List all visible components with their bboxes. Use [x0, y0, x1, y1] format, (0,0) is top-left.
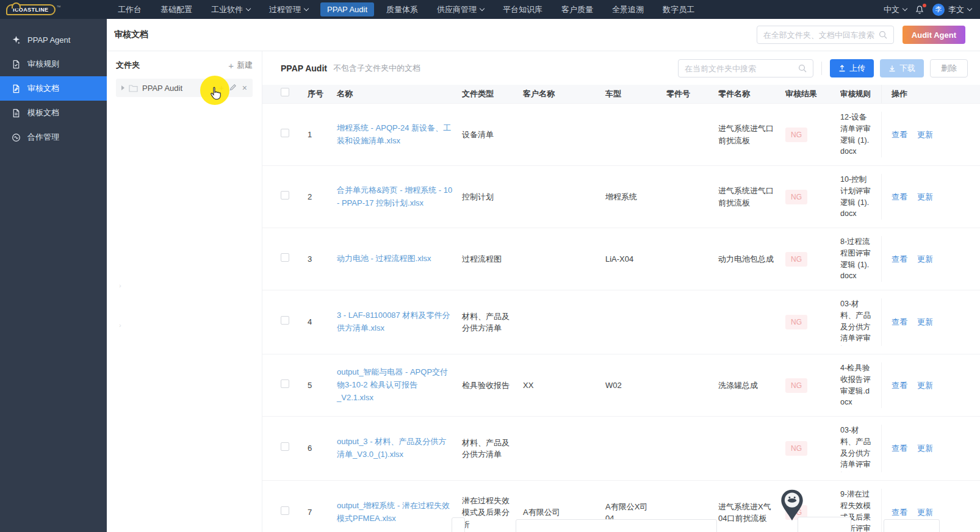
- doc-name-link[interactable]: output_智能与电器 - APQP交付物3-10-2 检具认可报告_V2.1…: [337, 366, 453, 404]
- doc-name-link[interactable]: 合并单元格&跨页 - 增程系统 - 10 - PPAP-17 控制计划.xlsx: [337, 184, 453, 210]
- sidebar-item-合作管理[interactable]: 合作管理: [0, 125, 107, 149]
- global-search-input[interactable]: [763, 31, 879, 40]
- delete-button[interactable]: 删除: [930, 59, 968, 77]
- sidebar-item-审核规则[interactable]: 审核规则: [0, 52, 107, 76]
- doc-name-link[interactable]: 增程系统 - APQP-24 新设备、工装和设施清单.xlsx: [337, 122, 453, 148]
- cell-customer: XX: [523, 379, 605, 392]
- upload-icon: [838, 65, 846, 72]
- expand-caret-icon[interactable]: [121, 85, 124, 90]
- nav-item-质量体系[interactable]: 质量体系: [380, 2, 425, 16]
- sidebar-item-PPAP Agent[interactable]: PPAP Agent: [0, 27, 107, 52]
- nav-item-工业软件[interactable]: 工业软件: [204, 2, 257, 16]
- delete-folder-icon[interactable]: ×: [242, 84, 247, 92]
- cell-seq: 7: [308, 506, 337, 519]
- new-folder-button[interactable]: + 新建: [228, 60, 253, 71]
- current-folder-title: PPAP Audit: [281, 63, 327, 73]
- new-folder-label: 新建: [237, 60, 253, 71]
- sidebar-item-模板文档[interactable]: 模板文档: [0, 101, 107, 125]
- update-link[interactable]: 更新: [917, 191, 933, 203]
- cell-operations: 查看更新: [881, 112, 980, 157]
- doc-name-link[interactable]: output_增程系统 - 潜在过程失效模式PFMEA.xlsx: [337, 500, 453, 525]
- chevron-down-icon: [903, 6, 907, 11]
- cell-part-name: 动力电池包总成: [718, 253, 785, 265]
- view-link[interactable]: 查看: [892, 253, 907, 265]
- cell-name: 增程系统 - APQP-24 新设备、工装和设施清单.xlsx: [337, 122, 462, 148]
- view-link[interactable]: 查看: [892, 316, 907, 328]
- view-link[interactable]: 查看: [892, 506, 907, 519]
- language-switcher[interactable]: 中文: [884, 4, 907, 15]
- folder-search: [678, 59, 813, 77]
- app-logo: iCOASTLINE ™: [6, 4, 103, 15]
- nav-item-label: 质量体系: [386, 5, 418, 13]
- folder-panel-title: 文件夹: [116, 60, 140, 71]
- pagination-ghost: [516, 519, 717, 532]
- cell-result: NG: [785, 190, 840, 204]
- sidebar-item-label: 合作管理: [27, 132, 59, 143]
- folder-icon: [129, 84, 138, 92]
- cell-rule: 8-过程流程图评审逻辑 (1).docx: [840, 236, 881, 282]
- view-link[interactable]: 查看: [892, 129, 907, 141]
- nav-item-客户质量[interactable]: 客户质量: [555, 2, 600, 16]
- table-row: 5output_智能与电器 - APQP交付物3-10-2 检具认可报告_V2.…: [262, 354, 980, 416]
- update-link[interactable]: 更新: [917, 506, 933, 519]
- nav-item-label: 全景追溯: [612, 5, 644, 13]
- select-all-checkbox[interactable]: [281, 88, 289, 96]
- row-checkbox[interactable]: [281, 191, 289, 200]
- row-checkbox[interactable]: [281, 442, 289, 451]
- nav-item-平台知识库[interactable]: 平台知识库: [496, 2, 549, 16]
- add-file-icon[interactable]: +: [219, 84, 224, 92]
- nav-item-label: 数字员工: [663, 5, 694, 13]
- nav-item-过程管理[interactable]: 过程管理: [262, 2, 315, 16]
- cell-type: 设备清单: [462, 129, 523, 141]
- user-menu[interactable]: 李 李文: [932, 4, 971, 16]
- update-link[interactable]: 更新: [917, 442, 933, 455]
- cell-part-name: 洗涤罐总成: [718, 379, 785, 392]
- audit-result-badge: NG: [785, 315, 807, 329]
- update-link[interactable]: 更新: [917, 129, 933, 141]
- handshake-icon: [12, 133, 21, 142]
- chevron-down-icon: [480, 6, 485, 11]
- edit-folder-icon[interactable]: [229, 84, 237, 92]
- row-checkbox[interactable]: [281, 253, 289, 262]
- doc-name-link[interactable]: 3 - LAF-81100087 材料及零件分供方清单.xlsx: [337, 309, 453, 335]
- audit-agent-button[interactable]: Audit Agent: [903, 26, 965, 44]
- nav-item-基础配置[interactable]: 基础配置: [154, 2, 199, 16]
- ghost-caret-icon: ›: [119, 282, 121, 289]
- table-row: 3动力电池 - 过程流程图.xlsx过程流程图LiA-X04动力电池包总成NG8…: [262, 228, 980, 290]
- view-link[interactable]: 查看: [892, 442, 907, 455]
- row-checkbox[interactable]: [281, 129, 289, 137]
- row-checkbox-cell: [262, 129, 308, 141]
- nav-item-PPAP Audit[interactable]: PPAP Audit: [320, 2, 374, 16]
- update-link[interactable]: 更新: [917, 253, 933, 265]
- row-checkbox[interactable]: [281, 379, 289, 388]
- cell-operations: 查看更新: [881, 298, 980, 346]
- nav-item-全景追溯[interactable]: 全景追溯: [605, 2, 650, 16]
- view-link[interactable]: 查看: [892, 191, 907, 203]
- doc-name-link[interactable]: 动力电池 - 过程流程图.xlsx: [337, 253, 431, 265]
- notification-bell-icon[interactable]: [915, 5, 924, 15]
- update-link[interactable]: 更新: [917, 316, 933, 328]
- cell-part-name: 进气系统进X气04口前扰流板: [718, 501, 785, 525]
- nav-item-数字员工[interactable]: 数字员工: [656, 2, 701, 16]
- table-row: 6output_3 - 材料、产品及分供方清单_V3.0_(1).xlsx材料、…: [262, 416, 980, 480]
- top-nav-items: 工作台基础配置工业软件过程管理PPAP Audit质量体系供应商管理平台知识库客…: [111, 2, 701, 16]
- nav-item-label: 工业软件: [211, 5, 243, 13]
- folder-search-input[interactable]: [685, 64, 798, 73]
- search-icon: [798, 64, 807, 73]
- cell-name: 动力电池 - 过程流程图.xlsx: [337, 253, 462, 265]
- view-link[interactable]: 查看: [892, 379, 907, 392]
- row-checkbox[interactable]: [281, 506, 289, 515]
- chevron-down-icon: [246, 6, 251, 11]
- sidebar-item-审核文档[interactable]: 审核文档: [0, 76, 107, 101]
- update-link[interactable]: 更新: [917, 379, 933, 392]
- doc-edit-icon: [12, 84, 21, 93]
- nav-item-工作台[interactable]: 工作台: [111, 2, 148, 16]
- cell-operations: 查看更新: [881, 174, 980, 220]
- doc-name-link[interactable]: output_3 - 材料、产品及分供方清单_V3.0_(1).xlsx: [337, 436, 453, 461]
- download-button[interactable]: 下载: [880, 59, 924, 77]
- folder-tree-item[interactable]: PPAP Audit + ×: [116, 79, 253, 97]
- nav-item-label: 平台知识库: [503, 5, 542, 13]
- row-checkbox[interactable]: [281, 316, 289, 325]
- upload-button[interactable]: 上传: [830, 59, 874, 77]
- nav-item-供应商管理[interactable]: 供应商管理: [430, 2, 491, 16]
